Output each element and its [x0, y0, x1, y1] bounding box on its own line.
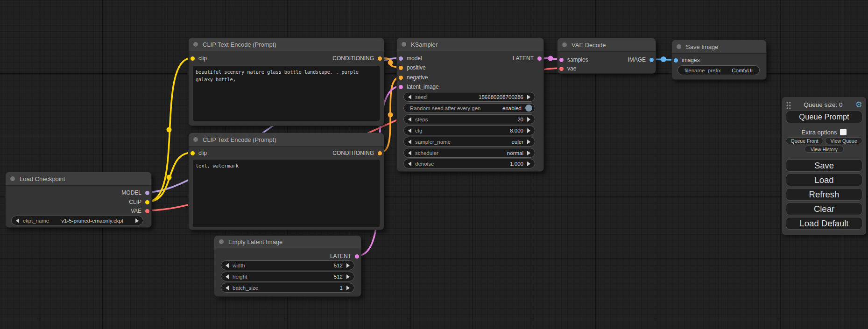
port-clip-input[interactable] — [191, 56, 195, 61]
port-conditioning-output[interactable] — [378, 151, 382, 155]
output-label: CONDITIONING — [332, 150, 374, 156]
queue-front-button[interactable]: Queue Front — [786, 137, 823, 144]
node-ksampler[interactable]: KSampler model LATENT positive negative … — [396, 37, 544, 172]
collapse-dot-icon[interactable] — [402, 42, 406, 47]
queue-prompt-button[interactable]: Queue Prompt — [786, 111, 862, 123]
prompt-textarea[interactable]: beautiful scenery nature glass bottle la… — [193, 66, 380, 121]
increment-arrow-icon[interactable] — [527, 95, 530, 99]
decrement-arrow-icon[interactable] — [226, 263, 229, 268]
increment-arrow-icon[interactable] — [527, 151, 530, 155]
cfg-widget[interactable]: cfg 8.000 — [403, 126, 535, 135]
port-positive-input[interactable] — [399, 66, 403, 70]
port-samples-input[interactable] — [559, 58, 564, 62]
node-graph-canvas[interactable]: Load Checkpoint MODEL CLIP VAE ckpt_name… — [0, 0, 868, 329]
collapse-dot-icon[interactable] — [193, 42, 198, 47]
collapse-dot-icon[interactable] — [677, 44, 681, 49]
output-label: MODEL — [121, 189, 141, 196]
node-load-checkpoint[interactable]: Load Checkpoint MODEL CLIP VAE ckpt_name… — [5, 172, 152, 228]
port-negative-input[interactable] — [399, 76, 403, 80]
extra-options-checkbox[interactable] — [840, 129, 847, 135]
port-conditioning-output[interactable] — [378, 56, 382, 61]
node-titlebar[interactable]: KSampler — [397, 38, 543, 51]
decrement-arrow-icon[interactable] — [226, 286, 229, 290]
port-clip-input[interactable] — [191, 151, 195, 155]
ckpt-name-combo[interactable]: ckpt_name v1-5-pruned-emaonly.ckpt — [11, 216, 143, 225]
view-history-button[interactable]: View History — [804, 146, 844, 153]
link-midpoint-dot[interactable] — [167, 175, 172, 180]
decrement-arrow-icon[interactable] — [408, 140, 411, 144]
sampler-name-combo[interactable]: sampler_name euler — [403, 137, 535, 147]
port-latent-output[interactable] — [355, 254, 359, 259]
node-titlebar[interactable]: Save Image — [672, 40, 766, 54]
link-midpoint-dot[interactable] — [388, 112, 393, 118]
node-clip-text-encode-positive[interactable]: CLIP Text Encode (Prompt) clip CONDITION… — [188, 37, 384, 126]
port-image-output[interactable] — [649, 58, 654, 62]
width-widget[interactable]: width 512 — [221, 260, 354, 270]
port-vae-output[interactable] — [145, 209, 149, 213]
decrement-arrow-icon[interactable] — [16, 218, 19, 223]
decrement-arrow-icon[interactable] — [408, 128, 411, 133]
increment-arrow-icon[interactable] — [527, 161, 530, 166]
node-titlebar[interactable]: CLIP Text Encode (Prompt) — [189, 133, 384, 147]
decrement-arrow-icon[interactable] — [408, 161, 411, 166]
input-label: samples — [567, 56, 588, 63]
collapse-dot-icon[interactable] — [10, 176, 15, 181]
port-latent-output[interactable] — [537, 56, 542, 61]
node-save-image[interactable]: Save Image images filename_prefix ComfyU… — [671, 40, 767, 80]
port-latent-image-input[interactable] — [399, 85, 403, 89]
gear-icon[interactable]: ⚙ — [855, 101, 862, 109]
prompt-textarea[interactable]: text, watermark — [193, 160, 380, 227]
drag-handle-icon[interactable] — [786, 101, 791, 109]
slot-row: samples IMAGE — [557, 55, 656, 64]
increment-arrow-icon[interactable] — [135, 218, 139, 223]
filename-prefix-widget[interactable]: filename_prefix ComfyUI — [677, 65, 760, 75]
collapse-dot-icon[interactable] — [193, 137, 198, 142]
view-queue-button[interactable]: View Queue — [825, 137, 862, 144]
input-row: images — [672, 56, 766, 65]
increment-arrow-icon[interactable] — [346, 263, 350, 268]
node-titlebar[interactable]: Empty Latent Image — [214, 236, 361, 248]
node-vae-decode[interactable]: VAE Decode samples IMAGE vae — [557, 38, 656, 74]
output-label: IMAGE — [628, 56, 646, 63]
input-label: vae — [567, 65, 576, 72]
link-midpoint-dot[interactable] — [388, 60, 393, 65]
decrement-arrow-icon[interactable] — [408, 151, 411, 155]
random-seed-toggle[interactable]: Random seed after every gen enabled — [403, 103, 535, 113]
scheduler-combo[interactable]: scheduler normal — [403, 148, 535, 158]
decrement-arrow-icon[interactable] — [408, 95, 411, 99]
port-images-input[interactable] — [674, 58, 678, 63]
node-clip-text-encode-negative[interactable]: CLIP Text Encode (Prompt) clip CONDITION… — [188, 133, 384, 230]
node-titlebar[interactable]: Load Checkpoint — [6, 172, 151, 186]
port-model-output[interactable] — [145, 191, 149, 195]
refresh-button[interactable]: Refresh — [786, 188, 862, 201]
link-midpoint-dot[interactable] — [548, 56, 553, 61]
increment-arrow-icon[interactable] — [346, 274, 350, 279]
link-midpoint-dot[interactable] — [167, 127, 172, 133]
port-clip-output[interactable] — [145, 200, 149, 204]
port-model-input[interactable] — [399, 56, 403, 61]
link-midpoint-dot[interactable] — [661, 56, 666, 62]
increment-arrow-icon[interactable] — [527, 140, 530, 144]
collapse-dot-icon[interactable] — [562, 42, 567, 47]
steps-widget[interactable]: steps 20 — [403, 114, 535, 124]
node-empty-latent-image[interactable]: Empty Latent Image LATENT width 512 heig… — [214, 235, 361, 297]
decrement-arrow-icon[interactable] — [408, 117, 411, 122]
node-titlebar[interactable]: CLIP Text Encode (Prompt) — [189, 38, 384, 51]
load-button[interactable]: Load — [786, 174, 862, 186]
port-vae-input[interactable] — [559, 67, 564, 71]
batch-size-widget[interactable]: batch_size 1 — [221, 283, 354, 293]
seed-widget[interactable]: seed 156680208700286 — [403, 92, 535, 102]
increment-arrow-icon[interactable] — [527, 117, 530, 122]
clear-button[interactable]: Clear — [786, 203, 862, 215]
increment-arrow-icon[interactable] — [527, 128, 530, 133]
node-titlebar[interactable]: VAE Decode — [557, 38, 656, 52]
save-button[interactable]: Save — [786, 159, 862, 172]
widget-value: 512 — [251, 274, 343, 280]
increment-arrow-icon[interactable] — [346, 286, 350, 290]
denoise-widget[interactable]: denoise 1.000 — [403, 159, 535, 168]
collapse-dot-icon[interactable] — [219, 239, 224, 244]
load-default-button[interactable]: Load Default — [786, 217, 862, 230]
height-widget[interactable]: height 512 — [221, 272, 354, 281]
toggle-dot-icon[interactable] — [525, 105, 532, 112]
decrement-arrow-icon[interactable] — [226, 274, 229, 279]
